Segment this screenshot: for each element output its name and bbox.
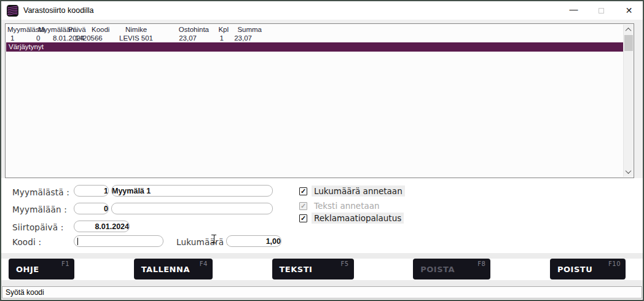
cell-summa: 23,07 — [221, 34, 252, 42]
table-row[interactable]: 1 0 8.01.2024 1420566 LEVIS 501 23,07 1 … — [6, 34, 623, 42]
scroll-down-button[interactable] — [624, 167, 633, 176]
text-caret — [77, 238, 78, 245]
cell-ostohinta: 23,07 — [166, 34, 197, 42]
cell-koodi: 1420566 — [75, 34, 103, 42]
transfer-list: Myymälästä Myymälään Päivä Koodi Nimike … — [5, 23, 634, 178]
status-text: Syötä koodi — [6, 288, 44, 297]
quantity-label: Lukumäärä : — [176, 237, 229, 247]
col-header-paiva: Päivä — [68, 25, 86, 34]
transfer-date-label: Siirtopäivä : — [12, 222, 63, 232]
cell-nimike: LEVIS 501 — [119, 34, 153, 42]
delete-fkey-label: F8 — [477, 260, 485, 267]
window-title: Varastosiirto koodilla — [23, 6, 93, 15]
divider-strip — [1, 280, 643, 286]
to-store-label: Myymälään : — [12, 205, 67, 214]
chevron-down-icon — [626, 168, 632, 174]
close-button[interactable]: ✕ — [615, 1, 643, 20]
titlebar[interactable]: Varastosiirto koodilla — ✕ — [1, 1, 643, 20]
exit-button-label: POISTU — [557, 265, 592, 274]
window-controls: — ✕ — [560, 1, 643, 20]
col-header-ostohinta: Ostohinta — [172, 25, 209, 34]
col-header-kpl: Kpl — [210, 25, 229, 34]
text-fkey-label: F5 — [340, 260, 348, 267]
quantity-input[interactable] — [226, 235, 281, 247]
save-button[interactable]: TALLENNA F4 — [134, 259, 213, 280]
checkbox-quantity-given[interactable]: ✓ Lukumäärä annetaan — [299, 186, 405, 197]
code-label: Koodi : — [12, 237, 41, 247]
code-input[interactable] — [74, 235, 163, 247]
save-button-label: TALLENNA — [141, 265, 190, 274]
client-area: Myymälästä Myymälään Päivä Koodi Nimike … — [1, 20, 643, 300]
app-logo-icon — [7, 5, 18, 17]
scroll-up-button[interactable] — [624, 25, 633, 34]
save-fkey-label: F4 — [200, 260, 208, 267]
exit-fkey-label: F10 — [608, 260, 621, 267]
help-fkey-label: F1 — [61, 260, 69, 267]
checkbox-quantity-given-label: Lukumäärä annetaan — [312, 186, 405, 197]
mouse-text-cursor — [211, 234, 217, 244]
help-button[interactable]: OHJE F1 — [9, 259, 74, 280]
app-window: Varastosiirto koodilla — ✕ Myymälästä My… — [0, 0, 644, 301]
from-store-name-input[interactable] — [111, 185, 273, 197]
minimize-icon: — — [570, 4, 578, 14]
from-store-number-input[interactable] — [74, 185, 109, 197]
divider-strip — [1, 253, 643, 259]
button-bar: OHJE F1 TALLENNA F4 TEKSTI F5 POISTA F8 … — [9, 259, 626, 280]
col-header-koodi: Koodi — [92, 25, 109, 34]
checkbox-complaint-return[interactable]: ✓ Reklamaatiopalautus — [299, 213, 404, 224]
to-store-name-input[interactable] — [111, 203, 273, 214]
help-button-label: OHJE — [16, 265, 39, 274]
exit-button[interactable]: POISTU F10 — [550, 259, 626, 280]
cell-myymalaan: 0 — [36, 34, 40, 42]
checkbox-text-given-label: Teksti annetaan — [312, 200, 382, 211]
maximize-icon — [599, 8, 604, 14]
vertical-scrollbar[interactable] — [623, 25, 633, 177]
text-button[interactable]: TEKSTI F5 — [272, 259, 354, 280]
chevron-up-icon — [626, 28, 632, 34]
table-row-selected[interactable]: Värjäytynyt — [6, 42, 623, 52]
scrollbar-thumb[interactable] — [624, 35, 633, 51]
transfer-date-input[interactable] — [74, 221, 130, 232]
from-store-label: Myymälästä : — [12, 187, 69, 197]
cell-myymalasta: 1 — [10, 34, 14, 42]
text-button-label: TEKSTI — [280, 265, 313, 274]
status-bar: Syötä koodi — [2, 286, 642, 299]
delete-button-label: POISTA — [420, 265, 455, 274]
col-header-summa: Summa — [232, 25, 262, 34]
list-header-row: Myymälästä Myymälään Päivä Koodi Nimike … — [6, 25, 623, 34]
minimize-button[interactable]: — — [560, 1, 587, 20]
col-header-nimike: Nimike — [125, 25, 147, 34]
maximize-button — [587, 1, 615, 20]
checkbox-complaint-return-label: Reklamaatiopalautus — [312, 213, 404, 224]
close-icon: ✕ — [626, 6, 633, 15]
checkbox-checked-icon: ✓ — [299, 187, 307, 195]
checkbox-text-given: ✓ Teksti annetaan — [299, 200, 382, 211]
to-store-number-input[interactable] — [74, 203, 109, 214]
checkbox-checked-icon: ✓ — [299, 214, 307, 222]
checkbox-checked-disabled-icon: ✓ — [299, 202, 307, 210]
delete-button: POISTA F8 — [413, 259, 490, 280]
